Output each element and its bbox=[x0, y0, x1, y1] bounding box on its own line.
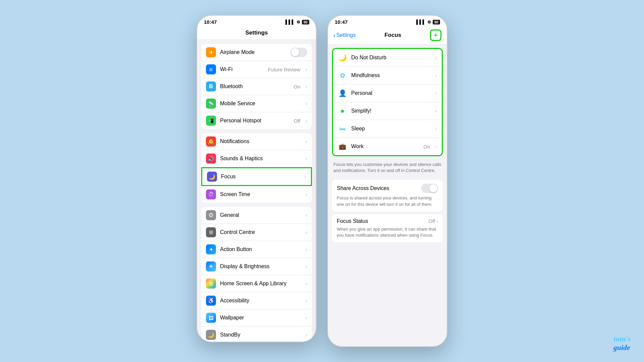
display-item[interactable]: ☀ Display & Brightness › bbox=[201, 258, 312, 275]
time-left: 10:47 bbox=[204, 19, 217, 25]
focus-nav-bar: ‹ Settings Focus + bbox=[328, 27, 447, 45]
homescreen-item[interactable]: ⊞ Home Screen & App Library › bbox=[201, 275, 312, 292]
screentime-item[interactable]: ⏱ Screen Time › bbox=[201, 186, 312, 203]
focus-status-label: Focus Status bbox=[337, 218, 429, 224]
standby-chevron: › bbox=[306, 332, 307, 338]
watermark: tom's guide bbox=[613, 335, 631, 352]
actionbutton-label: Action Button bbox=[220, 246, 302, 252]
sounds-icon: 🔊 bbox=[206, 154, 216, 164]
back-chevron-icon: ‹ bbox=[333, 32, 336, 39]
homescreen-chevron: › bbox=[306, 281, 307, 286]
sleep-chevron: › bbox=[435, 126, 437, 131]
accessibility-icon: ♿ bbox=[206, 296, 216, 306]
dnd-chevron: › bbox=[435, 55, 437, 60]
general-group: ⚙ General › ⊞ Control Centre › ✦ bbox=[201, 207, 312, 342]
actionbutton-item[interactable]: ✦ Action Button › bbox=[201, 241, 312, 258]
wifi-item[interactable]: ⊜ Wi-Fi Future Review › bbox=[201, 61, 312, 78]
share-devices-section: Share Across Devices Focus is shared acr… bbox=[332, 180, 443, 211]
display-label: Display & Brightness bbox=[220, 263, 302, 269]
focus-item-highlighted-wrapper: 🌙 Focus › bbox=[201, 167, 312, 186]
airplane-icon: ✈ bbox=[206, 47, 216, 57]
sleep-icon: 🛏 bbox=[338, 124, 347, 133]
dnd-label: Do Not Disturb bbox=[351, 55, 431, 61]
simplify-icon: ● bbox=[338, 106, 347, 116]
airplane-mode-item[interactable]: ✈ Airplane Mode bbox=[201, 44, 312, 61]
back-label: Settings bbox=[336, 32, 356, 38]
sounds-item[interactable]: 🔊 Sounds & Haptics › bbox=[201, 150, 312, 167]
right-phone: 10:47 ▌▌▌ ⊜ 90 ‹ Settings Focus + bbox=[327, 15, 447, 347]
sounds-label: Sounds & Haptics bbox=[220, 156, 302, 162]
mobile-icon: 📡 bbox=[206, 99, 216, 109]
controlcentre-label: Control Centre bbox=[220, 229, 302, 235]
bluetooth-item[interactable]: B Bluetooth On › bbox=[201, 78, 312, 95]
controlcentre-chevron: › bbox=[306, 230, 307, 235]
settings-scroll: ✈ Airplane Mode ⊜ Wi-Fi Future Review › bbox=[197, 40, 316, 342]
wifi-settings-icon: ⊜ bbox=[206, 64, 216, 74]
signal-icon-right: ▌▌▌ bbox=[416, 19, 426, 24]
share-toggle[interactable] bbox=[421, 184, 438, 193]
watermark-line2: guide bbox=[613, 343, 631, 352]
mindfulness-icon: ✿ bbox=[338, 71, 347, 80]
bluetooth-icon: B bbox=[206, 81, 216, 92]
battery-right: 90 bbox=[433, 20, 440, 24]
focus-icon: 🌙 bbox=[207, 172, 217, 182]
general-label: General bbox=[220, 212, 302, 218]
personal-item[interactable]: 👤 Personal › bbox=[333, 84, 442, 102]
back-button[interactable]: ‹ Settings bbox=[333, 32, 356, 39]
notifications-group: 🔔 Notifications › 🔊 Sounds & Haptics › bbox=[201, 133, 312, 203]
status-row: Focus Status Off › bbox=[337, 218, 438, 224]
standby-item[interactable]: 🌙 StandBy › bbox=[201, 326, 312, 342]
mobile-chevron: › bbox=[306, 101, 307, 106]
notifications-icon: 🔔 bbox=[206, 136, 216, 146]
screentime-icon: ⏱ bbox=[206, 189, 216, 199]
sleep-item[interactable]: 🛏 Sleep › bbox=[333, 120, 442, 138]
battery-left: 90 bbox=[302, 20, 309, 24]
mindfulness-label: Mindfulness bbox=[351, 72, 431, 78]
wifi-value: Future Review bbox=[268, 67, 301, 72]
mobile-service-item[interactable]: 📡 Mobile Service › bbox=[201, 95, 312, 112]
screentime-label: Screen Time bbox=[220, 191, 302, 197]
bluetooth-label: Bluetooth bbox=[220, 83, 289, 89]
work-icon: 💼 bbox=[338, 142, 347, 151]
controlcentre-item[interactable]: ⊞ Control Centre › bbox=[201, 224, 312, 241]
wallpaper-icon: 🖼 bbox=[206, 313, 216, 323]
personal-icon: 👤 bbox=[338, 88, 347, 98]
work-item[interactable]: 💼 Work On › bbox=[333, 138, 442, 155]
bluetooth-value: On bbox=[293, 84, 300, 89]
settings-title: Settings bbox=[245, 29, 268, 36]
wifi-chevron: › bbox=[306, 67, 307, 72]
focus-label: Focus bbox=[221, 174, 301, 180]
general-chevron: › bbox=[306, 213, 307, 218]
share-toggle-knob bbox=[429, 184, 437, 192]
screentime-chevron: › bbox=[306, 192, 307, 197]
focus-panel: 🌙 Do Not Disturb › ✿ Mindfulness › 👤 bbox=[328, 45, 447, 346]
work-chevron: › bbox=[435, 144, 437, 149]
accessibility-label: Accessibility bbox=[220, 298, 302, 304]
simplify-item[interactable]: ● Simplify! › bbox=[333, 102, 442, 120]
hotspot-chevron: › bbox=[306, 118, 307, 123]
personal-chevron: › bbox=[435, 90, 437, 96]
status-icons-left: ▌▌▌ ⊜ 90 bbox=[285, 19, 309, 24]
focus-status-chevron: › bbox=[436, 219, 438, 224]
sounds-chevron: › bbox=[306, 156, 307, 161]
general-item[interactable]: ⚙ General › bbox=[201, 207, 312, 224]
focus-item[interactable]: 🌙 Focus › bbox=[202, 168, 311, 185]
wifi-icon-right: ⊜ bbox=[427, 19, 431, 24]
airplane-toggle-knob bbox=[291, 48, 299, 56]
simplify-chevron: › bbox=[435, 108, 437, 114]
wallpaper-item[interactable]: 🖼 Wallpaper › bbox=[201, 309, 312, 326]
display-chevron: › bbox=[306, 264, 307, 269]
mindfulness-item[interactable]: ✿ Mindfulness › bbox=[333, 67, 442, 84]
accessibility-item[interactable]: ♿ Accessibility › bbox=[201, 292, 312, 309]
hotspot-item[interactable]: 📲 Personal Hotspot Off › bbox=[201, 112, 312, 129]
focus-list-group: 🌙 Do Not Disturb › ✿ Mindfulness › 👤 bbox=[332, 48, 443, 156]
focus-status-value: Off bbox=[429, 218, 435, 224]
personal-label: Personal bbox=[351, 90, 431, 96]
mindfulness-chevron: › bbox=[435, 73, 437, 78]
airplane-toggle[interactable] bbox=[290, 48, 307, 57]
dnd-item[interactable]: 🌙 Do Not Disturb › bbox=[333, 49, 442, 67]
add-focus-button[interactable]: + bbox=[430, 29, 441, 41]
hotspot-label: Personal Hotspot bbox=[220, 118, 290, 124]
notifications-item[interactable]: 🔔 Notifications › bbox=[201, 133, 312, 150]
plus-icon: + bbox=[434, 31, 438, 40]
